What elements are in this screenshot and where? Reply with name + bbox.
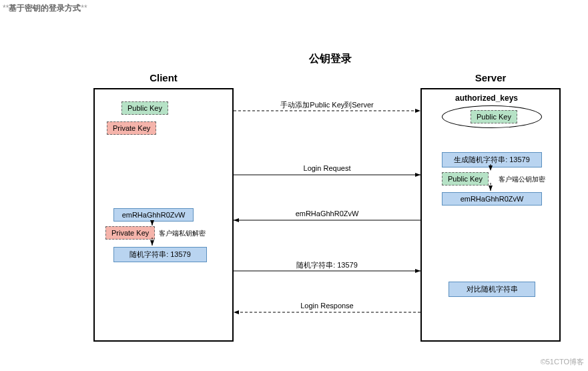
diagram-container: 公钥登录 Client Server Public Key Private Ke… — [93, 40, 567, 354]
arrow-label-login-response: Login Response — [260, 302, 394, 310]
server-column-label: Server — [420, 72, 561, 83]
client-random-plain-tag: 随机字符串: 13579 — [113, 247, 207, 262]
server-gen-random-tag: 生成随机字符串: 13579 — [442, 152, 542, 167]
client-decrypt-note: 客户端私钥解密 — [159, 229, 206, 238]
server-public-key-enc-tag: Public Key — [442, 172, 489, 186]
diagram-title: 公钥登录 — [93, 52, 567, 66]
authorized-keys-label: authorized_keys — [455, 93, 518, 103]
arrow-label-encrypted: emRHaGhhR0ZvW — [260, 210, 394, 218]
arrow-label-login-request: Login Request — [260, 164, 394, 172]
server-compare-tag: 对比随机字符串 — [449, 282, 535, 297]
page-caption: **基于密钥的登录方式** — [3, 3, 87, 14]
server-encrypted-string-tag: emRHaGhhR0ZvW — [442, 192, 542, 206]
client-encrypted-string-tag: emRHaGhhR0ZvW — [113, 208, 194, 222]
watermark: ©51CTO博客 — [541, 357, 584, 367]
client-column-label: Client — [93, 72, 234, 83]
client-public-key-tag: Public Key — [121, 101, 168, 115]
server-encrypt-note: 客户端公钥加密 — [499, 175, 545, 184]
server-box: authorized_keys Public Key 生成随机字符串: 1357… — [420, 88, 561, 342]
arrow-label-add-key: 手动添加Public Key到Server — [260, 100, 394, 110]
server-public-key-oval-tag: Public Key — [471, 110, 517, 123]
client-box: Public Key Private Key emRHaGhhR0ZvW Pri… — [93, 88, 234, 342]
arrow-label-random-plain: 随机字符串: 13579 — [260, 260, 394, 270]
authorized-keys-oval: Public Key — [442, 105, 542, 128]
client-private-key-tag-mid: Private Key — [105, 226, 155, 240]
client-private-key-tag-top: Private Key — [107, 121, 156, 135]
